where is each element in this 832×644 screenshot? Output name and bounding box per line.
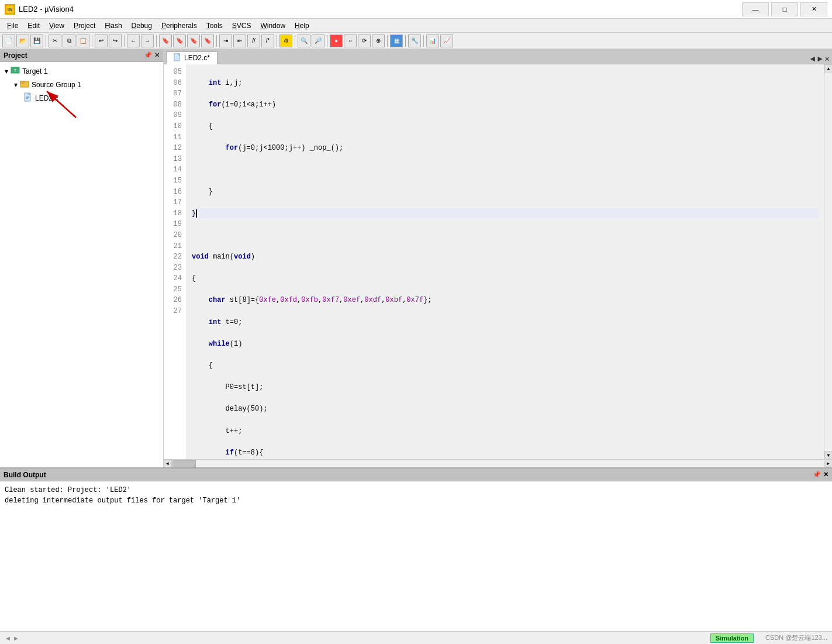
- menu-view[interactable]: View: [44, 20, 69, 31]
- tb-open[interactable]: 📂: [16, 35, 29, 47]
- tb-extra1[interactable]: 📊: [426, 35, 439, 47]
- tb-sep10: [405, 35, 406, 47]
- h-scroll-right-corner[interactable]: ►: [13, 635, 19, 642]
- tab-led2c[interactable]: LED2.c*: [166, 51, 218, 64]
- horizontal-scrollbar[interactable]: ◄ ►: [164, 459, 832, 467]
- project-close-button[interactable]: ✕: [154, 51, 160, 59]
- menu-peripherals[interactable]: Peripherals: [157, 20, 202, 31]
- project-panel: Project 📌 ✕ ▾ T Target 1: [0, 49, 164, 467]
- tb-bookmark3[interactable]: 🔖: [187, 35, 200, 47]
- tb-comment2[interactable]: /*: [261, 35, 274, 47]
- tb-nav-fwd[interactable]: →: [141, 35, 154, 47]
- menu-help[interactable]: Help: [290, 20, 314, 31]
- tb-paste[interactable]: 📋: [77, 35, 89, 47]
- menu-window[interactable]: Window: [256, 20, 290, 31]
- code-area: LED2.c* ◄ ► ✕ 05 06 07 08 09: [164, 49, 832, 467]
- svg-text:UV: UV: [8, 8, 13, 12]
- project-header-controls: 📌 ✕: [144, 51, 160, 59]
- tb-step[interactable]: ⟳: [358, 35, 371, 47]
- tb-nav-back[interactable]: ←: [127, 35, 140, 47]
- project-panel-title: Project: [4, 51, 27, 60]
- menu-svcs[interactable]: SVCS: [227, 20, 256, 31]
- tab-label: LED2.c*: [184, 54, 210, 62]
- maximize-button[interactable]: □: [771, 2, 798, 16]
- menu-file[interactable]: File: [2, 20, 23, 31]
- file-icon: [23, 92, 33, 102]
- h-scroll-left-corner[interactable]: ◄: [5, 635, 11, 642]
- build-output-area: Build Output 📌 ✕ Clean started: Project:…: [0, 467, 832, 631]
- tb-unindent[interactable]: ⇤: [233, 35, 246, 47]
- app-icon: UV: [5, 4, 15, 15]
- scroll-track[interactable]: [824, 73, 832, 451]
- build-output-title: Build Output: [4, 471, 46, 479]
- tb-settings[interactable]: 🔧: [408, 35, 421, 47]
- group-folder-icon: [20, 79, 29, 88]
- tb-copy[interactable]: ⧉: [63, 35, 75, 47]
- tb-run[interactable]: ●: [330, 35, 343, 47]
- tb-sep4: [156, 35, 157, 47]
- tab-controls: ◄ ► ✕: [810, 54, 830, 64]
- toolbar: 📄 📂 💾 ✂ ⧉ 📋 ↩ ↪ ← → 🔖 🔖 🔖 🔖 ⇥ ⇤ // /* ⚙ …: [0, 33, 832, 49]
- minimize-button[interactable]: —: [742, 2, 769, 16]
- menu-project[interactable]: Project: [69, 20, 100, 31]
- scroll-left-button[interactable]: ◄: [164, 460, 172, 467]
- tb-bookmark1[interactable]: 🔖: [159, 35, 172, 47]
- tb-find[interactable]: 🔎: [312, 35, 324, 47]
- menu-edit[interactable]: Edit: [23, 20, 44, 31]
- tree-expand-icon: ▾: [5, 67, 8, 75]
- code-scroll-area: 05 06 07 08 09 10 11 12 13 14 15 16 17 1…: [164, 64, 832, 459]
- tb-sep3: [124, 35, 125, 47]
- status-simulation-badge: Simulation: [710, 633, 754, 643]
- tree-item-target1-label: Target 1: [22, 67, 47, 75]
- tab-close[interactable]: ✕: [825, 54, 830, 64]
- tb-view1[interactable]: ▦: [390, 35, 403, 47]
- tab-file-icon: [174, 53, 182, 63]
- code-content[interactable]: int i,j; for(i=0;i<a;i++) { for(j=0;j<10…: [187, 64, 824, 459]
- tb-new[interactable]: 📄: [2, 35, 15, 47]
- tb-reset[interactable]: ⊕: [372, 35, 385, 47]
- build-output-close[interactable]: ✕: [823, 471, 828, 478]
- tb-comment1[interactable]: //: [247, 35, 260, 47]
- tree-item-target1[interactable]: ▾ T Target 1: [2, 64, 161, 78]
- tb-indent[interactable]: ⇥: [219, 35, 232, 47]
- tb-bookmark2[interactable]: 🔖: [173, 35, 186, 47]
- build-output-header: Build Output 📌 ✕: [0, 469, 832, 481]
- scroll-down-button[interactable]: ▼: [824, 451, 832, 459]
- scroll-up-button[interactable]: ▲: [824, 64, 832, 73]
- tb-sep2: [92, 35, 92, 47]
- tb-sep9: [387, 35, 388, 47]
- tb-build[interactable]: ⚙: [279, 35, 292, 47]
- menu-tools[interactable]: Tools: [202, 20, 227, 31]
- project-tree: ▾ T Target 1 ▾: [0, 62, 163, 467]
- tab-nav-right[interactable]: ►: [817, 54, 822, 64]
- tb-sep5: [216, 35, 217, 47]
- status-right: Simulation CSDN @楚云端123...: [710, 633, 827, 643]
- status-left: ◄ ►: [5, 635, 19, 642]
- code-editor-wrapper: 05 06 07 08 09 10 11 12 13 14 15 16 17 1…: [164, 64, 832, 467]
- tb-cut[interactable]: ✂: [49, 35, 61, 47]
- build-output-pin[interactable]: 📌: [813, 471, 821, 478]
- tb-extra2[interactable]: 📈: [440, 35, 453, 47]
- line-numbers: 05 06 07 08 09 10 11 12 13 14 15 16 17 1…: [164, 64, 187, 459]
- vertical-scrollbar[interactable]: ▲ ▼: [824, 64, 832, 459]
- tab-bar: LED2.c* ◄ ► ✕: [164, 49, 832, 64]
- scroll-right-button[interactable]: ►: [824, 460, 832, 467]
- svg-rect-9: [26, 97, 29, 98]
- status-bar: ◄ ► Simulation CSDN @楚云端123...: [0, 631, 832, 644]
- svg-rect-10: [26, 98, 28, 99]
- tb-search[interactable]: 🔍: [298, 35, 310, 47]
- tb-undo[interactable]: ↩: [95, 35, 108, 47]
- tb-sep6: [277, 35, 277, 47]
- code-inner[interactable]: 05 06 07 08 09 10 11 12 13 14 15 16 17 1…: [164, 64, 824, 459]
- tb-save[interactable]: 💾: [30, 35, 43, 47]
- tb-bookmark4[interactable]: 🔖: [201, 35, 214, 47]
- tb-stop[interactable]: ○: [344, 35, 357, 47]
- menu-flash[interactable]: Flash: [100, 20, 126, 31]
- tab-nav-left[interactable]: ◄: [810, 54, 815, 64]
- h-scroll-track[interactable]: [172, 460, 824, 467]
- window-controls: — □ ✕: [742, 2, 827, 16]
- project-pin-button[interactable]: 📌: [144, 51, 152, 59]
- close-button[interactable]: ✕: [800, 2, 827, 16]
- menu-debug[interactable]: Debug: [127, 20, 157, 31]
- tb-redo[interactable]: ↪: [109, 35, 122, 47]
